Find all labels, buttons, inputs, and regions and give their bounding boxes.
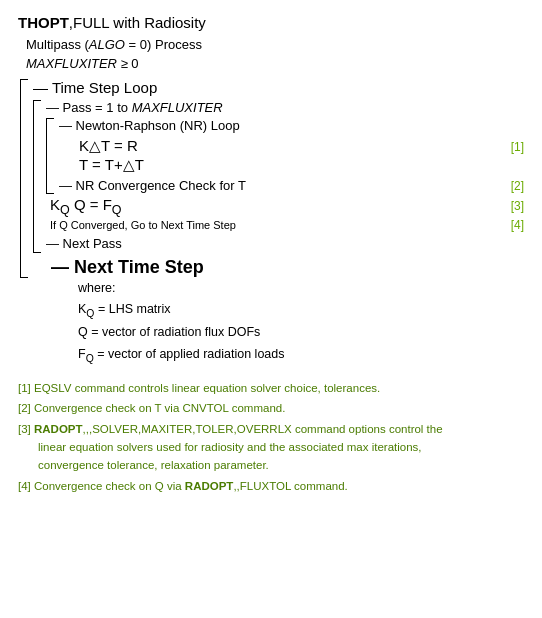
note4-start: [4] Convergence check on Q via <box>18 480 185 492</box>
sub-kq: Q <box>86 308 94 319</box>
nr-check-row: — NR Convergence Check for T [2] <box>59 178 524 193</box>
note3: [3] RADOPT,,,SOLVER,MAXITER,TOLER,OVERRL… <box>18 420 524 475</box>
eq1-row: K△T = R [1] <box>59 137 524 155</box>
time-step-loop-label: — Time Step Loop <box>33 79 524 96</box>
nr-content: — Newton-Raphson (NR) Loop K△T = R [1] T… <box>54 118 524 194</box>
ref2: [2] <box>511 179 524 193</box>
nr-check: — NR Convergence Check for T <box>59 178 246 193</box>
note3-cont: linear equation solvers used for radiosi… <box>38 438 524 456</box>
where-label: where: <box>78 278 524 299</box>
next-pass: — Next Pass <box>46 236 524 251</box>
eq3: KQ Q = FQ <box>50 196 122 217</box>
note4: [4] Convergence check on Q via RADOPT,,F… <box>18 477 524 495</box>
inner-content-pass: — Pass = 1 to MAXFLUXITER — Newton-Raphs… <box>41 100 524 253</box>
outer-bracket <box>20 79 28 278</box>
title-rest: ,FULL with Radiosity <box>69 14 206 31</box>
subtitle: Multipass (ALGO = 0) Process <box>26 37 524 52</box>
note2: [2] Convergence check on T via CNVTOL co… <box>18 399 524 417</box>
inner-loop-pass: — Pass = 1 to MAXFLUXITER — Newton-Raphs… <box>33 100 524 253</box>
pass-label: — Pass = 1 to MAXFLUXITER <box>46 100 524 115</box>
where-line1: KQ = LHS matrix <box>78 299 524 322</box>
outer-content: — Time Step Loop — Pass = 1 to MAXFLUXIT… <box>28 79 524 278</box>
note3-cont2: convergence tolerance, relaxation parame… <box>38 456 524 474</box>
where-block: where: KQ = LHS matrix Q = vector of rad… <box>78 278 524 367</box>
sub-q2: Q <box>112 203 122 217</box>
title-bold: THOPT <box>18 14 69 31</box>
note3-rest: ,,,SOLVER,MAXITER,TOLER,OVERRLX command … <box>83 423 443 435</box>
notes-block: [1] EQSLV command controls linear equati… <box>18 379 524 495</box>
note3-start: [3] <box>18 423 34 435</box>
outer-loop: — Time Step Loop — Pass = 1 to MAXFLUXIT… <box>20 79 524 278</box>
note3-bold: RADOPT <box>34 423 83 435</box>
note4-bold: RADOPT <box>185 480 234 492</box>
nr-loop: — Newton-Raphson (NR) Loop K△T = R [1] T… <box>46 118 524 194</box>
ref3: [3] <box>511 199 524 213</box>
next-time-step: — Next Time Step <box>51 257 524 278</box>
nr-bracket <box>46 118 54 194</box>
where-line3: FQ = vector of applied radiation loads <box>78 344 524 367</box>
note1: [1] EQSLV command controls linear equati… <box>18 379 524 397</box>
nr-loop-label: — Newton-Raphson (NR) Loop <box>59 118 524 133</box>
eq1: K△T = R <box>79 137 138 155</box>
eq3-row: KQ Q = FQ [3] <box>46 196 524 217</box>
inner-bracket-pass <box>33 100 41 253</box>
sub-fq: Q <box>86 352 94 363</box>
eq4-text: If Q Converged, Go to Next Time Step <box>50 219 236 231</box>
condition: MAXFLUXITER ≥ 0 <box>26 56 524 71</box>
ref4: [4] <box>511 218 524 232</box>
eq4-row: If Q Converged, Go to Next Time Step [4] <box>46 218 524 232</box>
eq2: T = T+△T <box>79 156 524 174</box>
ref1: [1] <box>511 140 524 154</box>
sub-q1: Q <box>60 203 70 217</box>
page-title: THOPT,FULL with Radiosity <box>18 14 524 31</box>
note4-rest: ,,FLUXTOL command. <box>233 480 347 492</box>
where-line2: Q = vector of radiation flux DOFs <box>78 322 524 343</box>
